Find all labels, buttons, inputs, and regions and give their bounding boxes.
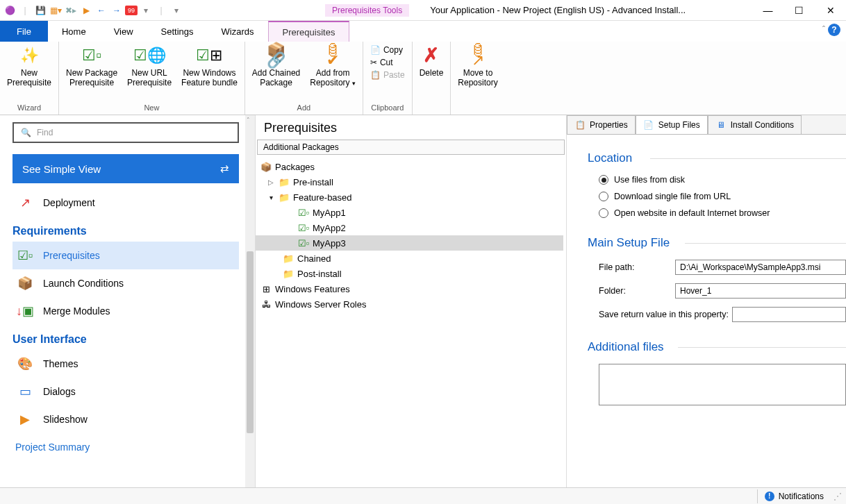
folder-icon: 📁: [278, 192, 290, 203]
sidebar-item-launch-conditions[interactable]: 📦 Launch Conditions: [13, 269, 239, 297]
find-input[interactable]: 🔍 Find: [13, 122, 239, 143]
radio-download-from-url[interactable]: Download single file from URL: [588, 192, 846, 201]
tab-setup-files[interactable]: 📄 Setup Files: [636, 115, 708, 134]
qat-sep: |: [18, 3, 32, 17]
window-icon: ▭: [17, 383, 33, 400]
resize-grip-icon[interactable]: ⋰: [833, 492, 842, 501]
tree-packages[interactable]: 📦 Packages: [256, 159, 563, 174]
title-bar: 🟣 | 💾 ▦▾ ✖▸ ▶ ← → 99 ▾ | ▾ Prerequisites…: [0, 0, 846, 21]
prereq-item-icon: ☑▫: [297, 238, 310, 249]
see-simple-view-button[interactable]: See Simple View ⇄: [13, 154, 239, 183]
left-sidebar: 🔍 Find See Simple View ⇄ ↗ Deployment Re…: [0, 115, 256, 487]
window-title: Your Application - New Project (English …: [409, 5, 752, 15]
copy-icon: 📄: [370, 45, 381, 55]
new-package-prerequisite-button[interactable]: ☑▫ New Package Prerequisite: [63, 43, 120, 89]
tree-myapp3[interactable]: ☑▫ MyApp3: [256, 235, 563, 251]
radio-open-website[interactable]: Open website in default Internet browser: [588, 208, 846, 218]
ribbon-group-new: New: [63, 102, 240, 115]
properties-icon: 📋: [574, 119, 586, 131]
tab-view[interactable]: View: [100, 21, 147, 42]
back-icon[interactable]: ←: [94, 3, 108, 17]
radio-use-files-from-disk[interactable]: Use files from disk: [588, 175, 846, 185]
section-requirements: Requirements: [13, 225, 247, 237]
paste-icon: 📋: [370, 70, 381, 80]
scroll-up-icon[interactable]: ˄: [247, 117, 250, 124]
app-icon: 🟣: [3, 3, 17, 17]
folder-icon: 📁: [282, 269, 295, 279]
tree-myapp1[interactable]: ☑▫ MyApp1: [256, 205, 563, 220]
qat-overflow-icon[interactable]: ▾: [169, 3, 183, 17]
main-tabs: File Home View Settings Wizards Prerequi…: [0, 21, 846, 42]
new-prerequisite-button[interactable]: ✨ New Prerequisite: [4, 43, 54, 89]
prereq-item-icon: ☑▫: [297, 223, 310, 233]
tree-windows-features[interactable]: ⊞ Windows Features: [256, 281, 563, 296]
sidebar-item-dialogs[interactable]: ▭ Dialogs: [13, 378, 239, 405]
tree-myapp2[interactable]: ☑▫ MyApp2: [256, 220, 563, 235]
windows-features-icon: ⊞: [260, 284, 272, 294]
expander-expanded-icon[interactable]: ▾: [267, 194, 275, 201]
file-path-label: File path:: [599, 262, 675, 272]
contextual-tab-label: Prerequisites Tools: [325, 4, 409, 17]
slideshow-icon: ▶: [17, 411, 33, 428]
section-user-interface: User Interface: [13, 333, 247, 346]
tab-properties[interactable]: 📋 Properties: [567, 115, 636, 134]
tree-pre-install[interactable]: ▷ 📁 Pre-install: [256, 174, 563, 190]
help-icon[interactable]: ?: [828, 24, 840, 36]
save-return-input[interactable]: [732, 307, 846, 322]
delete-button[interactable]: ✗ Delete: [417, 43, 447, 79]
tab-file[interactable]: File: [0, 21, 48, 42]
new-url-prerequisite-button[interactable]: ☑🌐 New URL Prerequisite: [124, 43, 174, 89]
wand-icon: ✨: [18, 44, 40, 67]
new-windows-feature-bundle-button[interactable]: ☑⊞ New Windows Feature bundle: [179, 43, 240, 89]
repository-icon: 🛢✔: [322, 44, 344, 67]
sidebar-item-prerequisites[interactable]: ☑▫ Prerequisites: [13, 242, 239, 269]
minimize-button[interactable]: —: [752, 1, 783, 20]
tab-install-conditions[interactable]: 🖥 Install Conditions: [708, 115, 802, 134]
move-to-repository-button[interactable]: 🛢↗ Move to Repository: [455, 43, 500, 89]
chevron-down-icon: ▾: [352, 80, 356, 87]
notifications-button[interactable]: ! Notifications: [757, 489, 831, 503]
qat-dropdown-icon[interactable]: ▾: [139, 3, 153, 17]
badge-icon[interactable]: 99: [125, 6, 138, 15]
project-summary-link[interactable]: Project Summary: [13, 433, 247, 467]
maximize-button[interactable]: ☐: [783, 1, 815, 20]
folder-input[interactable]: [675, 283, 846, 299]
add-chained-package-button[interactable]: 📦🔗 Add Chained Package: [249, 43, 303, 89]
run-icon[interactable]: ✖▸: [64, 3, 78, 17]
install-conditions-icon: 🖥: [715, 119, 727, 131]
location-group-title: Location: [588, 151, 846, 165]
scroll-thumb[interactable]: [247, 251, 254, 433]
ribbon-group-wizard: Wizard: [4, 102, 54, 115]
file-path-input[interactable]: [675, 260, 846, 275]
sidebar-item-merge-modules[interactable]: ↓▣ Merge Modules: [13, 297, 239, 325]
forward-icon[interactable]: →: [110, 3, 124, 17]
packages-tree: 📦 Packages ▷ 📁 Pre-install ▾ 📁 Feature-b…: [256, 155, 566, 314]
tab-home[interactable]: Home: [48, 21, 100, 42]
right-panel: 📋 Properties 📄 Setup Files 🖥 Install Con…: [567, 115, 846, 487]
sidebar-item-deployment[interactable]: ↗ Deployment: [13, 189, 239, 217]
additional-packages-bar[interactable]: Additional Packages: [257, 140, 565, 155]
status-bar: ! Notifications ⋰: [0, 487, 846, 504]
tree-feature-based[interactable]: ▾ 📁 Feature-based: [256, 190, 563, 205]
sidebar-scrollbar[interactable]: ˄: [245, 115, 255, 487]
copy-button[interactable]: 📄Copy: [367, 44, 408, 56]
add-from-repository-button[interactable]: 🛢✔ Add from Repository ▾: [307, 43, 358, 90]
save-icon[interactable]: 💾: [33, 3, 47, 17]
sidebar-item-themes[interactable]: 🎨 Themes: [13, 350, 239, 378]
build-icon[interactable]: ▦▾: [49, 3, 63, 17]
paste-button[interactable]: 📋Paste: [367, 69, 408, 81]
tab-prerequisites[interactable]: Prerequisites: [268, 21, 350, 42]
qat-sep2: |: [154, 3, 168, 17]
tab-settings[interactable]: Settings: [147, 21, 208, 42]
play-icon[interactable]: ▶: [79, 3, 93, 17]
cut-button[interactable]: ✂Cut: [367, 57, 408, 68]
close-button[interactable]: ✕: [815, 1, 846, 20]
tree-chained[interactable]: 📁 Chained: [256, 251, 563, 266]
expander-collapsed-icon[interactable]: ▷: [267, 178, 275, 186]
collapse-ribbon-icon[interactable]: ˆ: [822, 25, 825, 35]
tree-windows-server-roles[interactable]: 🖧 Windows Server Roles: [256, 296, 563, 312]
tree-post-install[interactable]: 📁 Post-install: [256, 266, 563, 281]
additional-files-list[interactable]: [599, 364, 846, 405]
tab-wizards[interactable]: Wizards: [208, 21, 268, 42]
sidebar-item-slideshow[interactable]: ▶ Slideshow: [13, 405, 239, 433]
